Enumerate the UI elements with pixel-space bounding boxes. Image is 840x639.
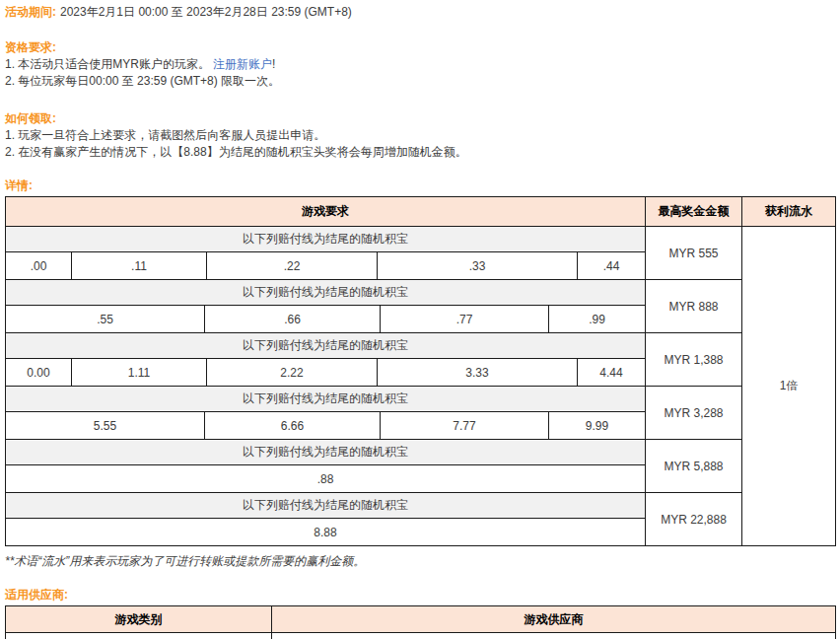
col-header-max-prize: 最高奖金金额 bbox=[646, 197, 742, 227]
payline-cell: .99 bbox=[549, 306, 646, 333]
period-label: 活动期间: bbox=[5, 5, 56, 19]
payline-cell: .77 bbox=[381, 306, 549, 333]
group1-subheader-row: 以下列赔付线为结尾的随机积宝 MYR 555 1倍 bbox=[6, 227, 836, 252]
group4-subheader-row: 以下列赔付线为结尾的随机积宝 MYR 3,288 bbox=[6, 387, 836, 412]
payline-cell: 3.33 bbox=[378, 359, 578, 387]
details-heading: 详情: bbox=[5, 178, 835, 194]
group5-subheader-row: 以下列赔付线为结尾的随机积宝 MYR 5,888 bbox=[6, 440, 836, 465]
payline-cell: 8.88 bbox=[6, 519, 646, 546]
jackpot-subheader: 以下列赔付线为结尾的随机积宝 bbox=[6, 387, 646, 412]
providers-label: 适用供应商: bbox=[5, 588, 68, 602]
promo-page: 活动期间:2023年2月1日 00:00 至 2023年2月28日 23:59 … bbox=[0, 0, 840, 639]
payline-cell: .55 bbox=[6, 306, 205, 333]
group2-subheader-row: 以下列赔付线为结尾的随机积宝 MYR 888 bbox=[6, 280, 836, 306]
eligibility-item-1-suffix: ! bbox=[272, 57, 275, 71]
register-account-link[interactable]: 注册新账户 bbox=[213, 57, 272, 71]
jackpot-subheader: 以下列赔付线为结尾的随机积宝 bbox=[6, 333, 646, 359]
payline-cell: .22 bbox=[207, 252, 378, 280]
eligibility-label: 资格要求: bbox=[5, 40, 56, 54]
col-header-game-requirement: 游戏要求 bbox=[6, 197, 646, 227]
payline-cell: 7.77 bbox=[381, 412, 549, 440]
jackpot-subheader: 以下列赔付线为结尾的随机积宝 bbox=[6, 280, 646, 306]
prize-amount: MYR 5,888 bbox=[646, 440, 742, 493]
col-header-turnover: 获利流水 bbox=[742, 197, 836, 227]
eligibility-item-1-text: 1. 本活动只适合使用MYR账户的玩家。 bbox=[5, 57, 210, 71]
eligibility-heading: 资格要求: bbox=[5, 39, 835, 56]
period-line: 活动期间:2023年2月1日 00:00 至 2023年2月28日 23:59 … bbox=[5, 4, 835, 21]
how-to-claim-heading: 如何领取: bbox=[5, 110, 835, 127]
payline-cell: 0.00 bbox=[6, 359, 72, 387]
payline-cell: .11 bbox=[72, 252, 207, 280]
prize-amount: MYR 888 bbox=[646, 280, 742, 333]
prize-amount: MYR 1,388 bbox=[646, 333, 742, 387]
eligibility-item-2: 2. 每位玩家每日00:00 至 23:59 (GMT+8) 限取一次。 bbox=[5, 73, 835, 90]
payline-cell: .66 bbox=[205, 306, 381, 333]
payline-cell: .44 bbox=[578, 252, 646, 280]
game-category-cell: 老虎机 bbox=[6, 633, 272, 639]
jackpot-subheader: 以下列赔付线为结尾的随机积宝 bbox=[6, 440, 646, 465]
turnover-value: 1倍 bbox=[742, 227, 836, 546]
col-header-game-provider: 游戏供应商 bbox=[272, 606, 836, 633]
jackpot-subheader: 以下列赔付线为结尾的随机积宝 bbox=[6, 493, 646, 519]
prize-amount: MYR 3,288 bbox=[646, 387, 742, 440]
details-label: 详情: bbox=[5, 178, 33, 192]
prize-amount: MYR 22,888 bbox=[646, 493, 742, 546]
providers-table-row: 老虎机 仅限Mega888 bbox=[6, 633, 836, 639]
group6-subheader-row: 以下列赔付线为结尾的随机积宝 MYR 22,888 bbox=[6, 493, 836, 519]
payline-cell: 5.55 bbox=[6, 412, 205, 440]
col-header-game-category: 游戏类别 bbox=[6, 606, 272, 633]
prize-amount: MYR 555 bbox=[646, 227, 742, 280]
jackpot-subheader: 以下列赔付线为结尾的随机积宝 bbox=[6, 227, 646, 252]
how-to-claim-label: 如何领取: bbox=[5, 111, 56, 125]
details-table: 游戏要求 最高奖金金额 获利流水 以下列赔付线为结尾的随机积宝 MYR 555 … bbox=[5, 196, 836, 546]
turnover-footnote: **术语“流水”用来表示玩家为了可进行转账或提款所需要的赢利金额。 bbox=[5, 553, 835, 570]
eligibility-item-1: 1. 本活动只适合使用MYR账户的玩家。注册新账户! bbox=[5, 56, 835, 73]
group3-subheader-row: 以下列赔付线为结尾的随机积宝 MYR 1,388 bbox=[6, 333, 836, 359]
how-to-claim-item-2: 2. 在没有赢家产生的情况下，以【8.88】为结尾的随机积宝头奖将会每周增加随机… bbox=[5, 144, 835, 161]
providers-heading: 适用供应商: bbox=[5, 587, 835, 604]
payline-cell: .33 bbox=[378, 252, 578, 280]
game-provider-cell: 仅限Mega888 bbox=[272, 633, 836, 639]
payline-cell: .00 bbox=[6, 252, 72, 280]
payline-cell: 4.44 bbox=[578, 359, 646, 387]
details-table-header-row: 游戏要求 最高奖金金额 获利流水 bbox=[6, 197, 836, 227]
providers-table: 游戏类别 游戏供应商 老虎机 仅限Mega888 bbox=[5, 605, 836, 639]
payline-cell: 6.66 bbox=[205, 412, 381, 440]
payline-cell: 1.11 bbox=[72, 359, 207, 387]
payline-cell: 2.22 bbox=[207, 359, 378, 387]
how-to-claim-item-1: 1. 玩家一旦符合上述要求，请截图然后向客服人员提出申请。 bbox=[5, 127, 835, 144]
providers-table-header-row: 游戏类别 游戏供应商 bbox=[6, 606, 836, 633]
period-value: 2023年2月1日 00:00 至 2023年2月28日 23:59 (GMT+… bbox=[60, 5, 352, 19]
payline-cell: .88 bbox=[6, 465, 646, 493]
payline-cell: 9.99 bbox=[549, 412, 646, 440]
